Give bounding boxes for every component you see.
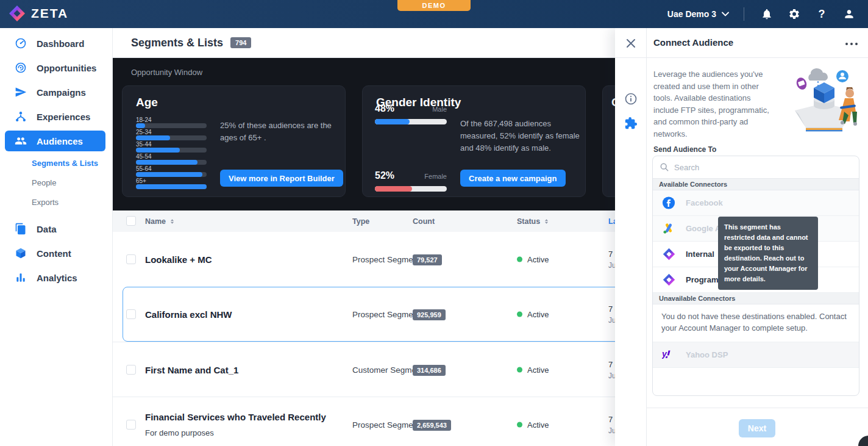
status-dot — [517, 312, 522, 317]
zeta-logo-icon — [9, 5, 26, 22]
status-badge: Active — [527, 310, 549, 319]
sidebar-subitem-exports[interactable]: Exports — [0, 192, 112, 212]
topbar-controls: Uae Demo 3 ? — [667, 0, 868, 28]
sidebar-item-experiences[interactable]: Experiences — [0, 104, 112, 129]
opportunity-window-label: Opportunity Window — [131, 68, 202, 77]
puzzle-icon[interactable] — [624, 117, 638, 130]
segment-count: 314,686 — [413, 365, 446, 376]
row-checkbox[interactable] — [126, 309, 136, 319]
sidebar-subitem-people[interactable]: People — [0, 173, 112, 192]
connector-label: Facebook — [686, 198, 723, 207]
yahoo-icon: y — [662, 348, 675, 361]
connector-facebook: Facebook — [653, 190, 859, 216]
close-icon[interactable] — [624, 36, 638, 51]
sidebar-item-label: Analytics — [37, 273, 77, 283]
audiences-icon — [15, 135, 27, 147]
create-campaign-button[interactable]: Create a new campaign — [460, 170, 566, 187]
sidebar-item-data[interactable]: Data — [0, 217, 112, 241]
age-card: Age 18-24 25-34 35-44 45-54 55-64 65+ 25… — [122, 85, 346, 197]
view-report-builder-button[interactable]: View more in Report Builder — [220, 170, 343, 187]
sidebar-item-content[interactable]: Content — [0, 241, 112, 265]
demo-badge: DEMO — [397, 0, 471, 11]
opportunities-icon — [15, 62, 27, 74]
sidebar-item-audiences[interactable]: Audiences — [5, 131, 105, 151]
sort-icon — [169, 218, 175, 225]
age-bar-45-54 — [136, 160, 197, 165]
next-button[interactable]: Next — [739, 419, 775, 437]
male-bar — [375, 119, 410, 124]
segment-count: 925,959 — [413, 309, 446, 320]
sidebar-item-opportunities[interactable]: Opportunities — [0, 56, 112, 80]
bell-icon[interactable] — [760, 7, 774, 21]
sort-icon — [544, 218, 549, 225]
status-cell: Active — [517, 255, 549, 264]
more-options-icon[interactable] — [845, 37, 858, 48]
search-icon — [660, 163, 669, 171]
segment-name: Lookalike + MC — [145, 254, 212, 265]
sidebar-item-campaigns[interactable]: Campaigns — [0, 80, 112, 104]
segment-type: Prospect Segment — [352, 255, 420, 264]
info-icon[interactable] — [624, 92, 638, 106]
age-bar-chart: 18-24 25-34 35-44 45-54 55-64 65+ — [136, 117, 207, 190]
segment-name: Financial Services who Traveled Recently — [145, 412, 326, 422]
sidebar-item-label: Campaigns — [37, 87, 86, 98]
analytics-icon — [15, 272, 27, 284]
experiences-icon — [15, 110, 27, 123]
segment-count: 2,659,543 — [413, 420, 451, 431]
status-badge: Active — [527, 420, 549, 429]
zeta-brand[interactable]: ZETA — [9, 5, 68, 22]
gender-summary-text: Of the 687,498 audiences measured, 52% i… — [460, 118, 581, 154]
search-input[interactable]: Search — [653, 156, 859, 179]
status-cell: Active — [517, 420, 549, 429]
search-placeholder: Search — [674, 163, 699, 172]
sidebar-subitem-segments-lists[interactable]: Segments & Lists — [0, 153, 112, 173]
data-icon — [15, 223, 27, 235]
segment-count: 79,527 — [413, 254, 442, 265]
unavailable-connectors-header: Unavailable Connectors — [653, 293, 859, 304]
brand-text: ZETA — [31, 6, 68, 21]
account-label: Uae Demo 3 — [667, 9, 716, 19]
help-icon[interactable]: ? — [815, 7, 828, 21]
status-dot — [517, 257, 522, 262]
status-dot — [517, 422, 522, 427]
select-all-checkbox[interactable] — [126, 216, 136, 226]
gender-card: Gender Identity 48% Male 52% Female — [362, 85, 586, 197]
sidebar-item-dashboard[interactable]: Dashboard — [0, 31, 112, 56]
user-icon[interactable] — [842, 7, 856, 21]
topbar-divider — [744, 7, 744, 21]
segment-subtitle: For demo purposes — [145, 428, 326, 437]
account-dropdown[interactable]: Uae Demo 3 — [667, 9, 729, 19]
column-header-status[interactable]: Status — [517, 217, 549, 226]
connector-label: Yahoo DSP — [686, 350, 728, 359]
sidebar-item-analytics[interactable]: Analytics — [0, 265, 112, 290]
google-ads-icon — [662, 222, 675, 236]
row-checkbox[interactable] — [126, 254, 136, 264]
status-badge: Active — [527, 255, 549, 264]
campaigns-icon — [15, 86, 27, 98]
age-bar-65plus — [136, 184, 207, 189]
restricted-data-tooltip: This segment has restricted data and can… — [718, 217, 818, 290]
column-header-count: Count — [413, 217, 435, 226]
sidebar-item-label: Dashboard — [37, 38, 84, 49]
row-checkbox[interactable] — [126, 420, 136, 430]
zeta-diamond-icon — [662, 273, 675, 287]
segment-type: Prospect Segment — [352, 420, 420, 429]
page-title: Segments & Lists — [131, 37, 223, 49]
panel-header: Connect Audience — [615, 28, 868, 58]
status-cell: Active — [517, 310, 549, 319]
segment-name: California excl NHW — [145, 309, 232, 320]
age-bar-25-34 — [136, 135, 170, 140]
top-navbar: ZETA DEMO Uae Demo 3 ? — [0, 0, 868, 28]
column-header-name[interactable]: Name — [145, 217, 175, 226]
available-connectors-header: Available Connectors — [653, 179, 859, 190]
panel-footer: Next — [646, 408, 868, 446]
connect-audience-illustration — [781, 65, 867, 143]
column-header-type: Type — [352, 217, 369, 226]
gear-icon[interactable] — [788, 7, 801, 21]
sidebar-item-label: Experiences — [37, 112, 90, 122]
connector-yahoo-dsp: y Yahoo DSP — [653, 342, 859, 368]
panel-title: Connect Audience — [653, 37, 733, 48]
sidebar-item-label: Content — [37, 248, 71, 259]
age-bar-18-24 — [136, 123, 145, 128]
row-checkbox[interactable] — [126, 365, 136, 375]
